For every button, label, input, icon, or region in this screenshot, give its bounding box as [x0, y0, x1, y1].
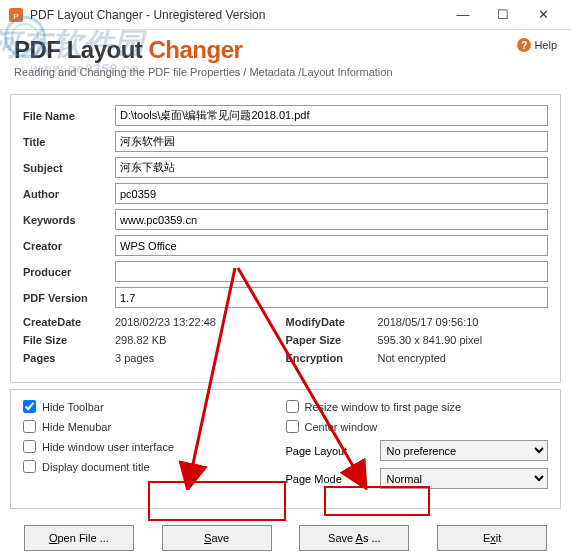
options-panel: Hide Toolbar Hide Menubar Hide window us…	[10, 389, 561, 509]
lbl-hide-toolbar: Hide Toolbar	[42, 401, 104, 413]
save-suffix: ave	[211, 532, 229, 544]
label-pdfversion: PDF Version	[23, 292, 115, 304]
label-author: Author	[23, 188, 115, 200]
input-filename[interactable]	[115, 105, 548, 126]
input-producer[interactable]	[115, 261, 548, 282]
checkbox-center-window[interactable]: Center window	[286, 420, 549, 433]
cb-center-window[interactable]	[286, 420, 299, 433]
app-icon: P	[8, 7, 24, 23]
lbl-hide-menubar: Hide Menubar	[42, 421, 111, 433]
maximize-button[interactable]: ☐	[483, 3, 523, 27]
cb-hide-window-ui[interactable]	[23, 440, 36, 453]
help-button[interactable]: ? Help	[517, 38, 557, 52]
titlebar: P PDF Layout Changer - Unregistered Vers…	[0, 0, 571, 30]
properties-panel: File Name Title Subject Author Keywords …	[10, 94, 561, 383]
close-button[interactable]: ✕	[523, 3, 563, 27]
saveas-prefix: Save	[328, 532, 356, 544]
label-createdate: CreateDate	[23, 316, 115, 328]
label-subject: Subject	[23, 162, 115, 174]
input-author[interactable]	[115, 183, 548, 204]
cb-resize-window[interactable]	[286, 400, 299, 413]
label-papersize: Paper Size	[286, 334, 378, 346]
select-page-mode[interactable]: Normal	[380, 468, 549, 489]
open-suffix: pen File ...	[57, 532, 108, 544]
label-creator: Creator	[23, 240, 115, 252]
label-filename: File Name	[23, 110, 115, 122]
save-as-button[interactable]: Save As ...	[299, 525, 409, 551]
cb-hide-toolbar[interactable]	[23, 400, 36, 413]
exit-button[interactable]: Exit	[437, 525, 547, 551]
minimize-button[interactable]: —	[443, 3, 483, 27]
label-modifydate: ModifyDate	[286, 316, 378, 328]
select-page-layout[interactable]: No preference	[380, 440, 549, 461]
subtitle: Reading and Changing the PDF file Proper…	[14, 66, 557, 78]
checkbox-hide-menubar[interactable]: Hide Menubar	[23, 420, 286, 433]
cb-hide-menubar[interactable]	[23, 420, 36, 433]
label-page-layout: Page Layout	[286, 445, 380, 457]
exit-suffix: it	[496, 532, 502, 544]
value-encryption: Not encrypted	[378, 352, 549, 364]
checkbox-hide-toolbar[interactable]: Hide Toolbar	[23, 400, 286, 413]
value-filesize: 298.82 KB	[115, 334, 286, 346]
cb-display-doc-title[interactable]	[23, 460, 36, 473]
input-keywords[interactable]	[115, 209, 548, 230]
input-creator[interactable]	[115, 235, 548, 256]
checkbox-resize-window[interactable]: Resize window to first page size	[286, 400, 549, 413]
logo-plain: PDF Layout	[14, 36, 149, 63]
header: PDF Layout Changer Reading and Changing …	[0, 30, 571, 88]
checkbox-display-doc-title[interactable]: Display document title	[23, 460, 286, 473]
lbl-center-window: Center window	[305, 421, 378, 433]
saveas-suffix: s ...	[363, 532, 381, 544]
value-modifydate: 2018/05/17 09:56:10	[378, 316, 549, 328]
label-page-mode: Page Mode	[286, 473, 380, 485]
save-button[interactable]: Save	[162, 525, 272, 551]
button-bar: Open File ... Save Save As ... Exit	[0, 515, 571, 551]
window-title: PDF Layout Changer - Unregistered Versio…	[30, 8, 443, 22]
svg-text:P: P	[13, 12, 18, 21]
help-label: Help	[534, 39, 557, 51]
checkbox-hide-window-ui[interactable]: Hide window user interface	[23, 440, 286, 453]
label-keywords: Keywords	[23, 214, 115, 226]
value-createdate: 2018/02/23 13:22:48	[115, 316, 286, 328]
input-title[interactable]	[115, 131, 548, 152]
value-pages: 3 pages	[115, 352, 286, 364]
label-pages: Pages	[23, 352, 115, 364]
lbl-display-doc-title: Display document title	[42, 461, 150, 473]
lbl-resize-window: Resize window to first page size	[305, 401, 462, 413]
input-subject[interactable]	[115, 157, 548, 178]
label-encryption: Encryption	[286, 352, 378, 364]
label-producer: Producer	[23, 266, 115, 278]
lbl-hide-window-ui: Hide window user interface	[42, 441, 174, 453]
input-pdfversion[interactable]	[115, 287, 548, 308]
open-file-button[interactable]: Open File ...	[24, 525, 134, 551]
help-icon: ?	[517, 38, 531, 52]
value-papersize: 595.30 x 841.90 pixel	[378, 334, 549, 346]
logo-accent: Changer	[149, 36, 243, 63]
label-filesize: File Size	[23, 334, 115, 346]
label-title: Title	[23, 136, 115, 148]
app-logo: PDF Layout Changer	[14, 36, 557, 64]
